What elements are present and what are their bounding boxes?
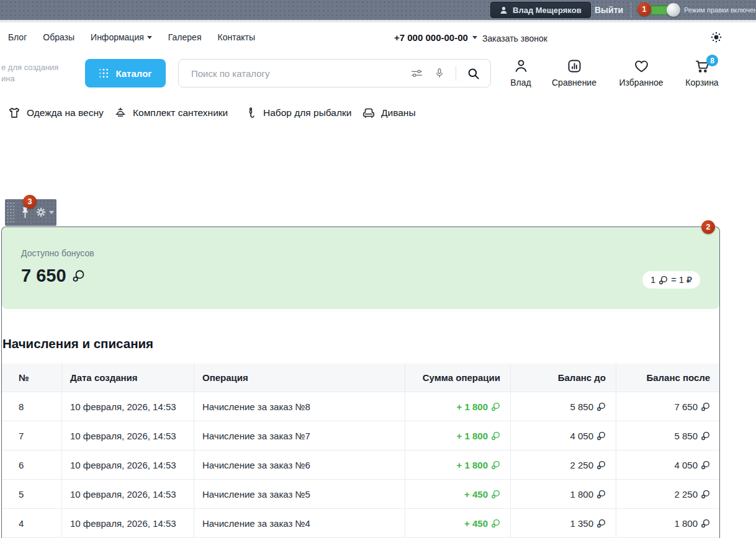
theme-sun-icon[interactable]: [710, 31, 722, 43]
bonus-icon: [491, 519, 500, 528]
nav-blog-label: Блог: [8, 32, 27, 42]
col-header-balance-before: Баланс до: [511, 364, 616, 392]
bonus-icon: [701, 431, 710, 441]
logo-line-1: е для создания: [1, 62, 58, 73]
compare-chart-icon: [566, 58, 583, 74]
nav-images[interactable]: Образы: [43, 32, 74, 42]
cart-link[interactable]: Корзина: [672, 58, 732, 87]
search-bar: [178, 59, 491, 87]
bonus-icon: [596, 431, 606, 441]
filter-sliders-icon[interactable]: [410, 66, 423, 80]
bonus-icon: [491, 490, 500, 499]
nav-contacts[interactable]: Контакты: [217, 32, 254, 42]
chevron-down-icon: [147, 36, 152, 39]
nav-info[interactable]: Информация: [91, 32, 152, 42]
row-amount: + 1 800: [457, 431, 488, 441]
heart-icon: [633, 58, 650, 74]
toolbar-dropdown-caret[interactable]: [49, 211, 54, 214]
bonus-icon: [491, 460, 500, 470]
microphone-icon[interactable]: [433, 66, 446, 80]
col-header-operation: Операция: [194, 364, 405, 392]
rate-prefix: 1: [650, 275, 655, 285]
bonus-icon: [701, 402, 710, 411]
bonus-icon: [72, 269, 85, 282]
search-icon[interactable]: [466, 66, 480, 81]
bonus-widget: Доступно бонусов 7 650 1 = 1 ₽ Начислени…: [1, 226, 720, 538]
row-number: 6: [19, 460, 24, 470]
nav-blog[interactable]: Блог: [8, 32, 27, 42]
edit-mode-label: Режим правки включен: [684, 6, 756, 14]
row-amount: + 1 800: [457, 401, 488, 412]
table-row: 7 10 февраля, 2026, 14:53 Начисление за …: [2, 421, 720, 451]
col-header-date: Дата создания: [62, 364, 194, 392]
bonus-icon: [701, 460, 710, 470]
favorites-link[interactable]: Избранное: [611, 58, 671, 87]
bonus-balance: 7 650: [21, 266, 85, 286]
catalog-button-label: Каталог: [115, 68, 151, 79]
nav-gallery[interactable]: Галерея: [168, 32, 202, 42]
row-operation: Начисление за заказ №6: [202, 460, 310, 470]
quick-link-sofas-label: Диваны: [381, 107, 416, 119]
bonus-icon: [491, 402, 500, 411]
table-row: 6 10 февраля, 2026, 14:53 Начисление за …: [2, 451, 720, 480]
sofa-icon: [362, 106, 376, 120]
catalog-button[interactable]: Каталог: [85, 59, 166, 87]
cart-count-badge: 8: [706, 55, 718, 66]
row-balance-after: 4 050: [674, 460, 698, 470]
bonus-rate-pill: 1 = 1 ₽: [642, 271, 700, 289]
bonus-icon: [596, 402, 606, 411]
row-date: 10 февраля, 2026, 14:53: [70, 460, 176, 470]
search-divider: [456, 66, 456, 81]
bonus-balance-value: 7 650: [21, 266, 66, 286]
main-nav: Блог Образы Информация Галерея Контакты: [8, 32, 255, 42]
row-amount: + 1 800: [457, 460, 488, 470]
compare-link[interactable]: Сравнение: [544, 58, 604, 87]
quick-link-clothes[interactable]: Одежда на весну: [7, 104, 104, 122]
row-amount: + 450: [464, 489, 488, 500]
quick-link-sofas[interactable]: Диваны: [362, 104, 416, 122]
row-number: 4: [19, 518, 24, 529]
account-profile-label: Влад: [510, 78, 531, 87]
table-row: 5 10 февраля, 2026, 14:53 Начисление за …: [2, 480, 720, 509]
edit-mode-toggle-knob[interactable]: [667, 3, 680, 17]
quick-link-fishing-label: Набор для рыбалки: [263, 107, 351, 119]
rate-suffix: = 1 ₽: [671, 275, 692, 285]
drag-handle[interactable]: [6, 202, 14, 223]
col-header-num: №: [2, 364, 62, 392]
quick-link-plumbing[interactable]: Комплект сантехники: [114, 104, 228, 122]
bonus-icon: [596, 490, 606, 499]
col-header-amount: Сумма операции: [405, 364, 511, 392]
phone-label: +7 000 000-00-00: [394, 32, 468, 43]
nav-images-label: Образы: [43, 32, 74, 42]
row-balance-before: 1 350: [570, 518, 593, 529]
quick-link-fishing[interactable]: Набор для рыбалки: [244, 104, 351, 122]
phone-number[interactable]: +7 000 000-00-00: [394, 32, 477, 43]
nav-gallery-label: Галерея: [168, 32, 202, 42]
bonus-icon: [659, 276, 668, 285]
row-balance-before: 1 800: [570, 489, 593, 500]
table-header-row: № Дата создания Операция Сумма операции …: [2, 364, 720, 392]
fishing-lure-icon: [244, 106, 258, 120]
section-title: Начисления и списания: [2, 336, 153, 351]
row-balance-after: 7 650: [674, 401, 698, 412]
admin-user-button[interactable]: Влад Мещеряков: [490, 2, 591, 18]
row-operation: Начисление за заказ №8: [202, 401, 310, 412]
bonus-icon: [701, 490, 710, 499]
bonus-icon: [596, 460, 606, 470]
tshirt-icon: [7, 106, 21, 120]
compare-label: Сравнение: [552, 78, 596, 87]
grid-icon: [99, 68, 109, 78]
bonus-icon: [596, 519, 606, 528]
search-input[interactable]: [191, 68, 410, 79]
callback-link[interactable]: Заказать звонок: [482, 34, 547, 43]
logout-link[interactable]: Выйти: [595, 5, 623, 15]
gear-icon[interactable]: [35, 207, 47, 218]
topbar-divider: [631, 2, 632, 17]
toolbar-counter-badge: 3: [23, 195, 37, 208]
row-balance-after: 1 800: [674, 518, 698, 529]
bonus-panel: Доступно бонусов 7 650 1 = 1 ₽: [2, 227, 719, 309]
row-date: 10 февраля, 2026, 14:53: [70, 431, 176, 441]
bonus-icon: [701, 519, 710, 528]
favorites-label: Избранное: [619, 78, 664, 87]
account-profile[interactable]: Влад: [491, 58, 551, 87]
